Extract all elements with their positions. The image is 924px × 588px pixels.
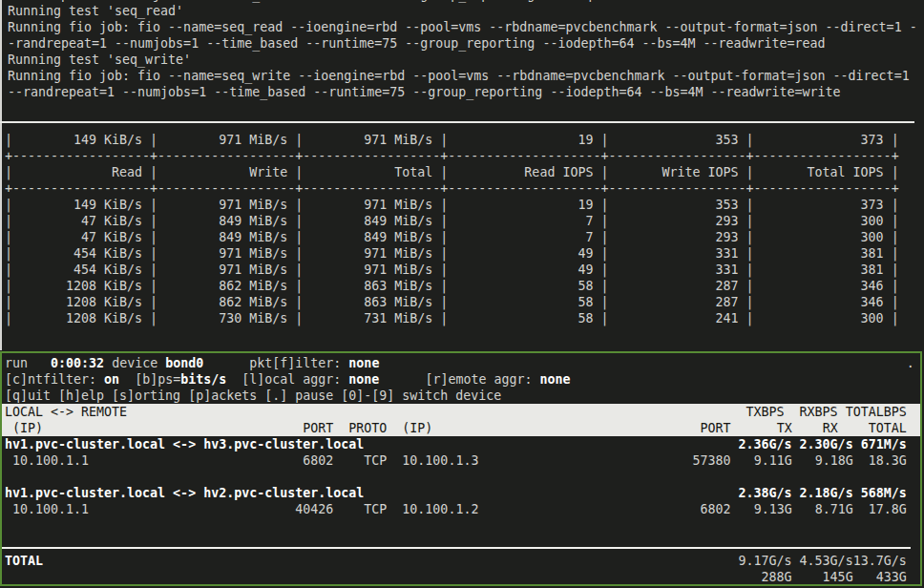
- table-line: | 149 KiB/s | 971 MiB/s | 971 MiB/s | 19…: [3, 197, 921, 213]
- table-line: | 1208 KiB/s | 730 MiB/s | 731 MiB/s | 5…: [3, 310, 921, 326]
- pane-border-left: [0, 0, 2, 350]
- table-line: | Read | Write | Total | Read IOPS | Wri…: [3, 164, 921, 180]
- netmon-line: hv1.pvc-cluster.local <-> hv3.pvc-cluste…: [2, 436, 920, 452]
- table-line: | 47 KiB/s | 849 MiB/s | 849 MiB/s | 7 |…: [3, 229, 921, 245]
- netmon-line: [2, 469, 920, 485]
- table-line: | 1208 KiB/s | 862 MiB/s | 863 MiB/s | 5…: [3, 294, 921, 310]
- fio-results-pane[interactable]: | 149 KiB/s | 971 MiB/s | 971 MiB/s | 19…: [3, 124, 921, 357]
- netmon-line: (IP) PORT PROTO (IP) PORT TX RX TOTAL: [2, 420, 920, 436]
- netmon-line: 288G 145G 433G: [2, 569, 920, 585]
- log-line: Running test 'seq_read': [3, 3, 921, 19]
- netmon-line: [c]ntfilter: on [b]ps=bits/s [l]ocal agg…: [2, 371, 920, 388]
- log-line: -randrepeat=1 --numjobs=1 --time_based -…: [3, 35, 921, 52]
- netmon-line: 10.100.1.1 40426 TCP 10.100.1.2 6802 9.1…: [2, 501, 920, 517]
- netmon-line: run 0:00:32 device bond0 pkt[f]ilter: no…: [2, 355, 920, 371]
- scrolled-text-remnant: -randrepeat=1 --numjobs=1 --time_based -…: [3, 0, 826, 3]
- netmon-line: [2, 517, 920, 534]
- netmon-line: [2, 534, 920, 553]
- netmon-lines: run 0:00:32 device bond0 pkt[f]ilter: no…: [2, 355, 920, 585]
- log-line: Running fio job: fio --name=seq_read --i…: [3, 19, 921, 35]
- table-line: +------------------+------------------+-…: [3, 148, 921, 164]
- netmon-pane[interactable]: run 0:00:32 device bond0 pkt[f]ilter: no…: [2, 353, 920, 586]
- table-line: | 149 KiB/s | 971 MiB/s | 971 MiB/s | 19…: [3, 132, 921, 148]
- table-line: | 454 KiB/s | 971 MiB/s | 971 MiB/s | 49…: [3, 245, 921, 262]
- table-line: | 454 KiB/s | 971 MiB/s | 971 MiB/s | 49…: [3, 262, 921, 278]
- log-line: Running fio job: fio --name=seq_write --…: [3, 68, 921, 84]
- fio-log-pane[interactable]: -randrepeat=1 --numjobs=1 --time_based -…: [3, 0, 921, 123]
- fio-results-table: | 149 KiB/s | 971 MiB/s | 971 MiB/s | 19…: [3, 132, 921, 326]
- table-line: | 1208 KiB/s | 862 MiB/s | 863 MiB/s | 5…: [3, 278, 921, 294]
- terminal-screen: -randrepeat=1 --numjobs=1 --time_based -…: [0, 0, 924, 588]
- netmon-line: TOTAL 9.17G/s 4.53G/s13.7G/s: [2, 553, 920, 569]
- log-line: --randrepeat=1 --numjobs=1 --time_based …: [3, 84, 921, 100]
- netmon-line: [q]uit [h]elp [s]orting [p]ackets [.] pa…: [2, 388, 920, 404]
- netmon-line: 10.100.1.1 6802 TCP 10.100.1.3 57380 9.1…: [2, 452, 920, 469]
- table-line: +------------------+------------------+-…: [3, 180, 921, 197]
- table-line: | 47 KiB/s | 849 MiB/s | 849 MiB/s | 7 |…: [3, 213, 921, 229]
- pane-divider: [0, 121, 914, 123]
- netmon-line: LOCAL <-> REMOTE TXBPS RXBPS TOTALBPS: [2, 404, 920, 420]
- netmon-line: hv1.pvc-cluster.local <-> hv2.pvc-cluste…: [2, 485, 920, 501]
- log-line: Running test 'seq_write': [3, 52, 921, 68]
